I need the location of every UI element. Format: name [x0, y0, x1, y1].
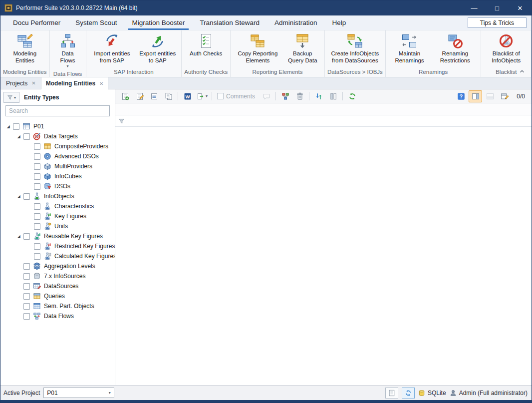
- tree-item-label: CompositeProviders: [54, 143, 108, 150]
- ribbon-button-blacklist-of-infoobjects[interactable]: Blacklist of InfoObjects: [484, 32, 529, 67]
- tree-item-infoobjects[interactable]: ◢InfoObjects: [0, 191, 115, 201]
- checkbox[interactable]: [23, 233, 30, 240]
- close-tab-icon[interactable]: ✕: [99, 81, 103, 86]
- entity-details-button[interactable]: [147, 90, 161, 102]
- checkbox[interactable]: [13, 123, 19, 130]
- checkbox[interactable]: [23, 263, 30, 270]
- menu-tab-help[interactable]: Help: [324, 15, 353, 30]
- ribbon-button-modeling-entities[interactable]: Modeling Entities: [3, 32, 47, 67]
- new-entity-button[interactable]: [118, 90, 132, 102]
- grid-filter-cell[interactable]: [115, 115, 128, 126]
- menu-tab-migration-booster[interactable]: Migration Booster: [125, 15, 193, 30]
- toggle-preview-panel-button[interactable]: [483, 90, 497, 102]
- export-button[interactable]: ▾: [195, 90, 209, 102]
- copy-entity-button[interactable]: [162, 90, 175, 102]
- checkbox[interactable]: [23, 283, 30, 290]
- checkbox[interactable]: [34, 223, 40, 230]
- checkbox[interactable]: [34, 203, 40, 210]
- tree-item-multiproviders[interactable]: MultiProviders: [0, 161, 115, 171]
- tree-item-sem-part-objects[interactable]: Sem. Part. Objects: [0, 301, 115, 311]
- checkbox[interactable]: [34, 143, 40, 150]
- expander-icon[interactable]: ◢: [14, 134, 23, 139]
- content-toolbar: W▾Comments?0/0: [115, 89, 532, 103]
- document-tab-modeling-entities[interactable]: Modeling Entities✕: [41, 77, 109, 89]
- tree-item-compositeproviders[interactable]: CompositeProviders: [0, 141, 115, 151]
- collapse-ribbon-button[interactable]: [518, 67, 527, 75]
- tree-item-units[interactable]: Units: [0, 221, 115, 231]
- ribbon-button-copy-reporting-elements[interactable]: Copy Reporting Elements: [233, 32, 282, 67]
- tree-item-data-flows[interactable]: Data Flows: [0, 311, 115, 321]
- tree-item-calculated-key-figures[interactable]: Calculated Key Figures: [0, 251, 115, 261]
- transfer-button[interactable]: [312, 90, 325, 102]
- expander-icon[interactable]: ◢: [14, 234, 23, 239]
- entity-filter-dropdown[interactable]: ▾: [3, 92, 19, 103]
- expander-icon[interactable]: ◢: [14, 194, 23, 199]
- tree-item-datasources[interactable]: DataSources: [0, 281, 115, 291]
- ribbon-button-export-entities-to-sap[interactable]: Export entities to SAP: [136, 32, 179, 67]
- tree-item-restricted-key-figures[interactable]: Restricted Key Figures: [0, 241, 115, 251]
- log-button[interactable]: [385, 388, 398, 399]
- checkbox[interactable]: [34, 183, 40, 190]
- tips-tricks-button[interactable]: Tips & Tricks: [468, 17, 527, 28]
- checkbox[interactable]: [23, 133, 30, 140]
- toggle-details-panel-button[interactable]: [469, 90, 482, 102]
- active-project-combobox[interactable]: P01 ▾: [43, 388, 114, 398]
- comments-button[interactable]: [260, 90, 273, 102]
- close-button[interactable]: ✕: [509, 0, 532, 15]
- checkbox[interactable]: [23, 273, 30, 280]
- edit-entity-button[interactable]: [133, 90, 146, 102]
- expander-icon[interactable]: ◢: [3, 124, 13, 129]
- checkbox[interactable]: [34, 243, 40, 250]
- tree-item-dsos[interactable]: DSOs: [0, 181, 115, 191]
- ribbon-button-create-infoobjects-from-datasources[interactable]: Create InfoObjects from DataSources: [327, 32, 383, 67]
- tree-item-queries[interactable]: Queries: [0, 291, 115, 301]
- tree-item-characteristics[interactable]: Characteristics: [0, 201, 115, 211]
- tree-item-infocubes[interactable]: InfoCubes: [0, 171, 115, 181]
- checkbox[interactable]: [34, 213, 40, 220]
- minimize-button[interactable]: —: [463, 0, 486, 15]
- checkbox[interactable]: [23, 293, 30, 300]
- tree-item-key-figures[interactable]: Key Figures: [0, 211, 115, 221]
- delete-button[interactable]: [293, 90, 306, 102]
- checkbox[interactable]: [23, 303, 30, 310]
- tree-item-advanced-dsos[interactable]: Advanced DSOs: [0, 151, 115, 161]
- tree-item-data-targets[interactable]: ◢Data Targets: [0, 131, 115, 141]
- infoobjects-button[interactable]: [278, 90, 292, 102]
- column-chooser-button[interactable]: [326, 90, 340, 102]
- checkbox[interactable]: [34, 163, 40, 170]
- grid-filter-input-area[interactable]: [128, 115, 532, 126]
- comments-checkbox[interactable]: Comments: [217, 93, 255, 100]
- checkbox[interactable]: [217, 93, 224, 99]
- menu-tab-docu-performer[interactable]: Docu Performer: [5, 15, 68, 30]
- grid-filter-row[interactable]: [115, 115, 532, 127]
- caret-down-icon[interactable]: ▾: [105, 391, 114, 395]
- ribbon-button-data-flows[interactable]: Data Flows▾: [52, 32, 83, 69]
- ribbon-button-auth-checks[interactable]: Auth Checks: [188, 32, 224, 67]
- grid-body[interactable]: [115, 127, 532, 385]
- maximize-button[interactable]: □: [486, 0, 509, 15]
- search-input[interactable]: [5, 105, 110, 116]
- ribbon-button-maintain-renamings[interactable]: Maintain Renamings: [388, 32, 431, 67]
- refresh-button[interactable]: [345, 90, 359, 102]
- checkbox[interactable]: [23, 313, 30, 320]
- menu-tab-system-scout[interactable]: System Scout: [68, 15, 124, 30]
- word-export-button[interactable]: W: [181, 90, 194, 102]
- checkbox[interactable]: [23, 193, 30, 200]
- checkbox[interactable]: [34, 153, 40, 160]
- menu-tab-translation-steward[interactable]: Translation Steward: [192, 15, 267, 30]
- layout-edit-button[interactable]: [498, 90, 511, 102]
- document-tab-projects[interactable]: Projects✕: [1, 77, 41, 89]
- checkbox[interactable]: [34, 173, 40, 180]
- ribbon-button-backup-query-data[interactable]: Backup Query Data: [283, 32, 322, 67]
- tree-item-aggregation-levels[interactable]: Aggregation Levels: [0, 261, 115, 271]
- menu-tab-administration[interactable]: Administration: [267, 15, 325, 30]
- tree-item-reusable-key-figures[interactable]: ◢Reusable Key Figures: [0, 231, 115, 241]
- sync-status-button[interactable]: [402, 388, 415, 399]
- ribbon-button-renaming-restrictions[interactable]: Renaming Restrictions: [432, 32, 478, 67]
- ribbon-button-import-entities-from-sap[interactable]: Import entities from SAP: [89, 32, 136, 67]
- checkbox[interactable]: [34, 253, 40, 260]
- help-button[interactable]: ?: [454, 90, 468, 102]
- tree-item-7-x-infosources[interactable]: 7.x InfoSources: [0, 271, 115, 281]
- close-tab-icon[interactable]: ✕: [31, 80, 35, 86]
- tree-item-p01[interactable]: ◢P01: [0, 121, 115, 131]
